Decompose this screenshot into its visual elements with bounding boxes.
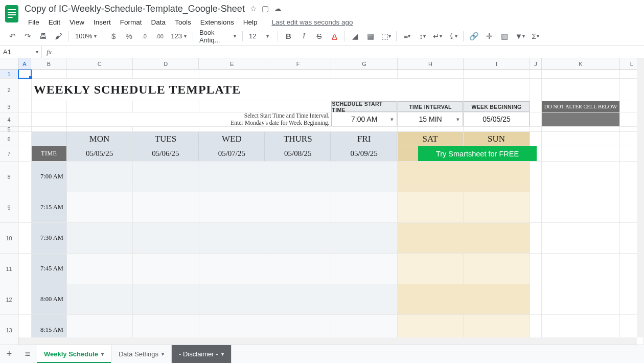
currency-button[interactable]: $ xyxy=(106,29,121,43)
star-icon[interactable]: ☆ xyxy=(250,4,257,13)
comment-button[interactable]: ✛ xyxy=(482,29,496,43)
decrease-decimal-button[interactable]: .0 xyxy=(137,29,151,43)
menu-extensions[interactable]: Extensions xyxy=(197,16,238,28)
menu-view[interactable]: View xyxy=(66,16,88,28)
toolbar: ↶ ↷ 🖶 🖌 100%▾ $ % .0 .00 123▾ Book Antiq… xyxy=(0,27,644,46)
strikethrough-button[interactable]: S xyxy=(312,29,326,43)
borders-button[interactable]: ▦ xyxy=(363,29,378,43)
rotate-button[interactable]: ⤹▾ xyxy=(446,29,460,43)
formula-bar: A1▾ fx xyxy=(0,46,644,58)
doc-title[interactable]: Copy of IC-Weekly-Schedule-Template_Goog… xyxy=(25,4,245,14)
percent-button[interactable]: % xyxy=(122,29,136,43)
font-size-caret[interactable]: ▾ xyxy=(260,29,274,43)
link-button[interactable]: 🔗 xyxy=(467,29,481,43)
menu-help[interactable]: Help xyxy=(240,16,261,28)
menu-data[interactable]: Data xyxy=(148,16,170,28)
halign-button[interactable]: ≡▾ xyxy=(400,29,414,43)
name-box[interactable]: A1▾ xyxy=(0,46,42,58)
valign-button[interactable]: ↕▾ xyxy=(415,29,429,43)
more-formats-select[interactable]: 123▾ xyxy=(168,30,190,43)
sheets-logo-icon[interactable] xyxy=(5,5,18,22)
zoom-select[interactable]: 100%▾ xyxy=(72,30,100,43)
print-button[interactable]: 🖶 xyxy=(36,29,50,43)
menu-format[interactable]: Format xyxy=(117,16,146,28)
paint-format-button[interactable]: 🖌 xyxy=(51,29,65,43)
cloud-icon[interactable]: ☁ xyxy=(274,4,282,13)
chart-button[interactable]: ▥ xyxy=(497,29,512,43)
menu-edit[interactable]: Edit xyxy=(45,16,64,28)
move-icon[interactable]: ▢ xyxy=(262,4,269,13)
bold-button[interactable]: B xyxy=(281,29,295,43)
italic-button[interactable]: I xyxy=(296,29,311,43)
wrap-button[interactable]: ↵▾ xyxy=(430,29,445,43)
font-select[interactable]: Book Antiq...▾ xyxy=(196,30,239,43)
filter-button[interactable]: ▼▾ xyxy=(513,29,527,43)
undo-button[interactable]: ↶ xyxy=(5,29,19,43)
fill-color-button[interactable]: ◢ xyxy=(348,29,362,43)
font-size-select[interactable]: 12 xyxy=(246,30,259,43)
menu-file[interactable]: File xyxy=(25,16,43,28)
formula-input[interactable] xyxy=(56,46,644,58)
menu-insert[interactable]: Insert xyxy=(90,16,114,28)
merge-button[interactable]: ⬚▾ xyxy=(379,29,393,43)
text-color-button[interactable]: A xyxy=(327,29,341,43)
menu-bar: File Edit View Insert Format Data Tools … xyxy=(25,15,357,29)
increase-decimal-button[interactable]: .00 xyxy=(152,29,167,43)
fx-icon: fx xyxy=(42,48,56,56)
functions-button[interactable]: Σ▾ xyxy=(528,29,542,43)
redo-button[interactable]: ↷ xyxy=(20,29,35,43)
menu-tools[interactable]: Tools xyxy=(171,16,195,28)
last-edit-link[interactable]: Last edit was seconds ago xyxy=(268,16,356,28)
title-bar: Copy of IC-Weekly-Schedule-Template_Goog… xyxy=(0,0,644,27)
